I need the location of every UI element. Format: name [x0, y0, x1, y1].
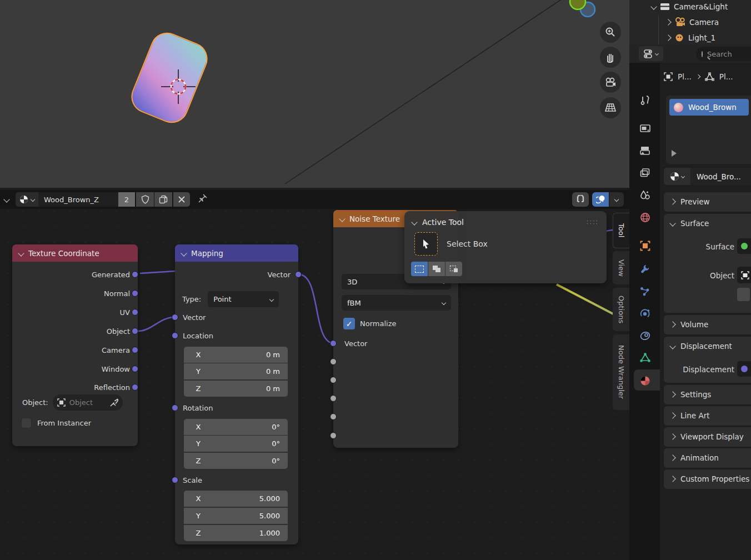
node-header[interactable]: Mapping [175, 244, 298, 262]
select-mode-extend-button[interactable] [428, 262, 445, 276]
scale-z-slider[interactable]: Z1.000 [184, 525, 288, 541]
panel-animation[interactable]: Animation [664, 448, 751, 468]
socket-vector-in[interactable] [330, 340, 337, 347]
tab-output-icon[interactable] [639, 145, 650, 156]
new-material-copy-button[interactable] [154, 192, 172, 207]
tab-tool[interactable]: Tool [613, 213, 629, 248]
surface-shader-button[interactable] [737, 238, 751, 254]
location-x-slider[interactable]: X0 m [184, 347, 288, 363]
users-count-button[interactable]: 2 [118, 192, 135, 207]
scale-y-slider[interactable]: Y5.000 [184, 508, 288, 524]
panel-custom-properties[interactable]: Custom Properties [664, 469, 751, 489]
panel-surface[interactable]: Surface Surface Object [664, 214, 751, 313]
material-selector[interactable]: Wood_Bro... [664, 168, 751, 185]
node-header[interactable]: Texture Coordinate [12, 244, 138, 262]
chevron-right-icon[interactable] [665, 19, 671, 25]
tab-scene-icon[interactable] [639, 189, 650, 201]
mapping-type-dropdown[interactable]: Point [208, 291, 279, 307]
outliner-row-collection[interactable]: Camera&Light [652, 2, 728, 11]
search-input[interactable] [707, 50, 751, 58]
tab-physics-icon[interactable] [639, 308, 650, 319]
snap-magnet-button[interactable] [572, 192, 589, 207]
pin-button[interactable] [198, 193, 208, 206]
tab-particles-icon[interactable] [639, 286, 650, 297]
material-name-field[interactable]: Wood_Bro... [690, 168, 751, 185]
noise-mode-dropdown[interactable]: fBM [342, 295, 451, 311]
outliner-row-light[interactable]: Light_1 [666, 33, 715, 43]
editor-type-chevron-icon[interactable] [3, 196, 9, 202]
tab-tool-icon[interactable] [639, 94, 650, 106]
socket-normal-out[interactable] [132, 290, 138, 297]
overlays-toggle-button[interactable] [592, 192, 609, 207]
socket-window-out[interactable] [132, 366, 138, 372]
tab-render-icon[interactable] [639, 123, 650, 134]
rotation-z-slider[interactable]: Z0° [184, 453, 288, 469]
scale-x-slider[interactable]: X5.000 [184, 491, 288, 507]
outliner-row-camera[interactable]: Camera [666, 17, 719, 27]
socket-roughness-in[interactable] [330, 395, 337, 402]
rotation-y-slider[interactable]: Y0° [184, 436, 288, 452]
unlink-material-button[interactable] [173, 192, 190, 207]
tab-constraints-icon[interactable] [639, 330, 650, 341]
panel-line-art[interactable]: Line Art [664, 406, 751, 426]
socket-vector-in[interactable] [172, 314, 178, 321]
normalize-checkbox[interactable]: ✓ [343, 318, 355, 329]
tab-options[interactable]: Options [613, 288, 629, 331]
collapse-chevron-icon[interactable] [411, 219, 417, 225]
object-icon[interactable] [664, 72, 673, 81]
camera-view-button[interactable] [600, 72, 621, 93]
3d-viewport[interactable] [0, 0, 629, 188]
tab-view-layer-icon[interactable] [639, 167, 650, 178]
select-box-tool-button[interactable] [414, 232, 438, 256]
material-slot-selected[interactable]: Wood_Brown [669, 99, 749, 116]
tab-node-wrangler[interactable]: Node Wrangler [613, 334, 629, 410]
panel-viewport-display[interactable]: Viewport Display [664, 427, 751, 447]
location-z-slider[interactable]: Z0 m [184, 381, 288, 397]
node-mapping[interactable]: Mapping Vector Type: Point Vector Locati… [175, 244, 298, 544]
material-name-field[interactable]: Wood_Brown_Z [38, 192, 118, 207]
tab-world-icon[interactable] [639, 212, 650, 223]
collapse-chevron-icon[interactable] [18, 250, 24, 256]
socket-camera-out[interactable] [132, 347, 138, 353]
socket-vector-out[interactable] [295, 271, 302, 278]
browse-material-button[interactable] [664, 168, 690, 185]
zoom-button[interactable] [600, 22, 621, 43]
panel-preview[interactable]: Preview [664, 192, 751, 212]
object-picker-field[interactable]: Object [53, 394, 123, 411]
tab-view[interactable]: View [613, 251, 629, 284]
object-picker-button[interactable] [737, 267, 751, 283]
node-texture-coordinate[interactable]: Texture Coordinate Generated Normal UV O… [12, 244, 138, 446]
overlays-dropdown-button[interactable] [609, 192, 624, 207]
socket-distortion-in[interactable] [330, 432, 337, 439]
socket-lacunarity-in[interactable] [330, 413, 337, 420]
select-mode-subtract-button[interactable] [445, 262, 462, 276]
socket-scale-in[interactable] [172, 477, 178, 483]
shader-editor[interactable]: Wood_Brown_Z 2 [0, 188, 629, 560]
tab-modifiers-icon[interactable] [639, 263, 650, 274]
material-slot-list[interactable]: Wood_Brown [666, 96, 751, 164]
breadcrumb-object[interactable]: Pl... [678, 72, 692, 81]
perspective-toggle-button[interactable] [600, 97, 621, 118]
rotation-x-slider[interactable]: X0° [184, 419, 288, 435]
mesh-data-icon[interactable] [705, 72, 714, 81]
socket-generated-out[interactable] [132, 271, 138, 278]
socket-location-in[interactable] [172, 332, 178, 339]
secondary-button[interactable] [737, 288, 750, 301]
panel-settings[interactable]: Settings [664, 385, 751, 404]
panel-displacement[interactable]: Displacement Displacement [664, 337, 751, 383]
socket-rotation-in[interactable] [172, 404, 178, 411]
panel-grip-icon[interactable]: ········ [587, 219, 599, 225]
location-y-slider[interactable]: Y0 m [184, 363, 288, 379]
socket-uv-out[interactable] [132, 309, 138, 316]
socket-object-out[interactable] [132, 328, 138, 334]
chevron-down-icon[interactable] [650, 3, 657, 9]
socket-scale-in[interactable] [330, 358, 337, 365]
collapse-chevron-icon[interactable] [339, 216, 345, 222]
from-instancer-checkbox[interactable] [21, 418, 32, 428]
chevron-right-icon[interactable] [665, 34, 671, 41]
tab-object-icon[interactable] [639, 240, 650, 251]
list-filter-expand-icon[interactable] [672, 150, 677, 157]
pan-hand-button[interactable] [600, 47, 621, 68]
collapse-chevron-icon[interactable] [181, 250, 187, 256]
search-field[interactable] [696, 47, 751, 61]
